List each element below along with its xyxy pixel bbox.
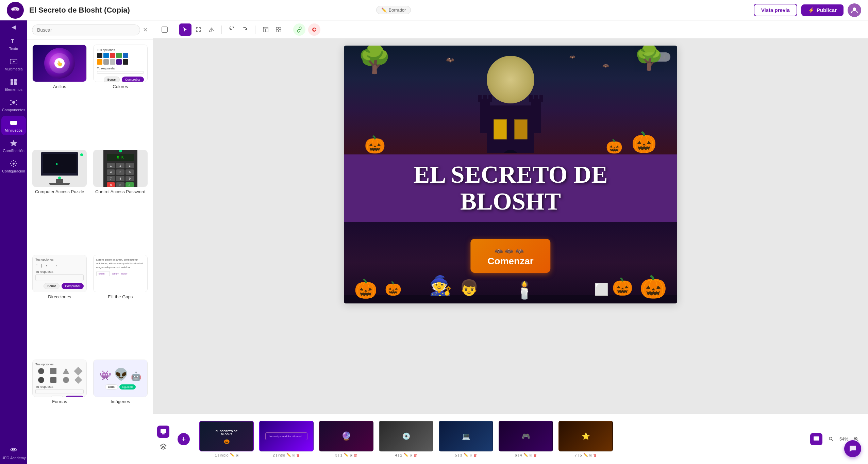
sidebar-item-minijuegos[interactable]: Minijuegos (1, 116, 26, 135)
panel-item-control-access-password[interactable]: 0 K 123 456 789 ✕0✓ Control Access Passw… (93, 150, 148, 249)
slides-view-btn[interactable] (157, 426, 169, 438)
slide-label-3: 3 | 1 ✏️ ⎘ 🗑 (319, 453, 373, 457)
img-comprobar-btn[interactable]: Siguiente (119, 384, 135, 390)
slide-label-1: 1 | inicio ✏️ ⎘ (199, 453, 254, 457)
logo[interactable] (7, 2, 24, 19)
redo-btn[interactable] (239, 23, 251, 36)
panel-grid: 👆 Anillos Tus opciones (27, 40, 153, 464)
slide-del-icon-7[interactable]: 🗑 (593, 453, 597, 457)
sidebar-item-componentes[interactable]: Componentes (1, 96, 26, 115)
preview-button[interactable]: Vista previa (754, 4, 797, 16)
slide-copy-icon-5[interactable]: ⎘ (470, 453, 472, 457)
slide-thumb-1[interactable]: EL SECRETO DEBLOSHT 🎃 1 | inicio ✏️ ⎘ (199, 421, 254, 457)
slide-del-icon-5[interactable]: 🗑 (473, 453, 477, 457)
slide-thumb-5[interactable]: 💻 5 | 3 ✏️ ⎘ 🗑 (439, 421, 493, 457)
slide-edit-icon-6[interactable]: ✏️ (523, 453, 528, 457)
slide-copy-icon-6[interactable]: ⎘ (530, 453, 532, 457)
add-slide-btn[interactable]: + (178, 433, 190, 445)
slide-top-half: 🌳 🌳 🦇 🦇 🦇 (344, 46, 677, 154)
colores-borrar-btn[interactable]: Borrar (104, 77, 120, 82)
panel-item-imagenes[interactable]: 👾 👽 🤖 Borrar Siguiente Imágenes (93, 360, 148, 459)
toolbar (153, 20, 868, 39)
sidebar-collapse-btn[interactable]: ◀ (12, 24, 16, 30)
sidebar-label-gamificacion: Gamificación (3, 149, 24, 153)
slide-del-icon-2[interactable]: 🗑 (296, 453, 300, 457)
slide-thumb-6[interactable]: 🎮 6 | 4 ✏️ ⎘ 🗑 (499, 421, 553, 457)
slide-edit-icon-7[interactable]: ✏️ (583, 453, 588, 457)
hand-tool-btn[interactable] (205, 23, 217, 36)
search-clear-icon[interactable]: ✕ (143, 26, 148, 34)
imagenes-thumbnail: 👾 👽 🤖 Borrar Siguiente (93, 360, 148, 397)
svg-point-21 (13, 163, 15, 165)
svg-point-12 (12, 101, 15, 104)
sidebar-label-elementos: Elementos (5, 87, 22, 92)
slide-edit-icon-4[interactable]: ✏️ (404, 453, 408, 457)
sidebar-item-ufo-academy[interactable]: UFO Academy (1, 442, 26, 464)
start-button[interactable]: 🦇 🦇 🦇 Comenzar (470, 239, 550, 273)
cursor-btn[interactable] (308, 23, 320, 36)
panel-item-anillos[interactable]: 👆 Anillos (32, 45, 87, 144)
slide-copy-icon-1[interactable]: ⎘ (236, 453, 238, 457)
dir-borrar-btn[interactable]: Borrar (44, 283, 60, 289)
slide-edit-icon-3[interactable]: ✏️ (344, 453, 349, 457)
undo-btn[interactable] (226, 23, 238, 36)
svg-point-25 (14, 449, 15, 450)
expand-tool-btn[interactable] (192, 23, 204, 36)
publish-button[interactable]: ⚡ Publicar (801, 4, 844, 16)
anillos-label: Anillos (53, 84, 66, 89)
zoom-percentage: 54% (839, 436, 848, 442)
direcciones-thumbnail: Tus opciones ↑ ↓ ← → Tu respuesta Borrar… (32, 255, 87, 292)
slide-thumb-2[interactable]: Lorem ipsum dolor sit amet... 2 | intro … (259, 421, 314, 457)
layers-btn[interactable] (157, 441, 169, 453)
svg-text:T: T (11, 38, 14, 44)
link-btn[interactable] (293, 23, 305, 36)
draft-badge[interactable]: ✏️ Borrador (376, 6, 411, 14)
formas-borrar-btn[interactable]: Borrar (50, 396, 63, 397)
grid-btn[interactable] (272, 23, 285, 36)
zoom-search-icon[interactable] (825, 433, 837, 445)
slide-label-4: 4 | 2 ✏️ ⎘ 🗑 (379, 453, 433, 457)
slide-thumb-4[interactable]: 💿 4 | 2 ✏️ ⎘ 🗑 (379, 421, 433, 457)
svg-rect-32 (276, 30, 278, 32)
search-input[interactable] (32, 24, 140, 35)
user-avatar[interactable] (848, 3, 861, 17)
panel-item-direcciones[interactable]: Tus opciones ↑ ↓ ← → Tu respuesta Borrar… (32, 255, 87, 354)
sidebar-item-gamificacion[interactable]: Gamificación (1, 136, 26, 155)
sidebar-item-multimedia[interactable]: Multimedia (1, 55, 26, 74)
slide-edit-icon-2[interactable]: ✏️ (286, 453, 291, 457)
slide-copy-icon-7[interactable]: ⎘ (589, 453, 592, 457)
svg-rect-46 (534, 95, 538, 102)
panel-item-computer-access-puzzle[interactable]: ▶ _ Computer Access Puzzle (32, 150, 87, 249)
slide-del-icon-3[interactable]: 🗑 (354, 453, 357, 457)
panel-item-formas[interactable]: Tus opciones Tu respuesta (32, 360, 87, 459)
dir-comprobar-btn[interactable]: Comprobar (62, 283, 84, 289)
chat-bubble[interactable] (844, 440, 861, 457)
slide-del-icon-4[interactable]: 🗑 (414, 453, 417, 457)
slide-edit-icon-1[interactable]: ✏️ (230, 453, 235, 457)
formas-comprobar-btn[interactable]: Comprobar (65, 396, 84, 397)
sidebar-item-texto[interactable]: T Texto (1, 34, 26, 53)
svg-point-2 (13, 9, 15, 10)
slide-copy-icon-3[interactable]: ⎘ (350, 453, 352, 457)
slide-copy-icon-2[interactable]: ⎘ (293, 453, 295, 457)
presentation-mode-btn[interactable] (810, 433, 822, 445)
sidebar-item-configuracion[interactable]: Configuración (1, 157, 26, 176)
slide-del-icon-6[interactable]: 🗑 (533, 453, 537, 457)
panel-item-fill-the-gaps[interactable]: Lorem ipsum sit amet, consectetur adipis… (93, 255, 148, 354)
colores-comprobar-btn[interactable]: Comprobar (122, 77, 144, 82)
sidebar-label-configuracion: Configuración (2, 169, 25, 173)
slide-edit-icon-5[interactable]: ✏️ (464, 453, 468, 457)
components-icon (10, 98, 18, 106)
select-tool-btn[interactable] (179, 23, 191, 36)
imagenes-label: Imágenes (111, 399, 130, 404)
panel-item-colores[interactable]: Tus opciones (93, 45, 148, 144)
canvas-wrapper[interactable]: 🌳 🌳 🦇 🦇 🦇 (153, 39, 868, 414)
slide-thumb-7[interactable]: ⭐ 7 | 5 ✏️ ⎘ 🗑 (558, 421, 613, 457)
fill-the-gaps-label: Fill the Gaps (108, 294, 133, 299)
back-btn[interactable] (158, 23, 171, 36)
slide-thumb-3[interactable]: 🔮 3 | 1 ✏️ ⎘ 🗑 (319, 421, 373, 457)
sidebar-item-elementos[interactable]: Elementos (1, 75, 26, 94)
img-borrar-btn[interactable]: Borrar (105, 384, 118, 390)
slide-copy-icon-4[interactable]: ⎘ (410, 453, 412, 457)
layout-btn[interactable] (260, 23, 272, 36)
